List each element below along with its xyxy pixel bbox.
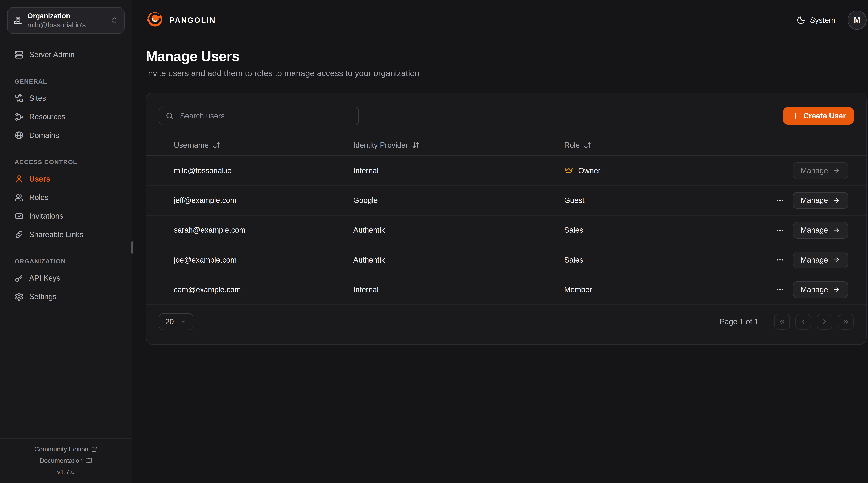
sidebar-section-organization: ORGANIZATIONAPI KeysSettings (7, 258, 125, 306)
chevron-left-icon (799, 318, 807, 325)
chevrons-left-icon (778, 318, 786, 325)
manage-button[interactable]: Manage (793, 281, 848, 298)
column-header-identity-provider[interactable]: Identity Provider (353, 141, 564, 149)
sidebar-item-users[interactable]: Users (7, 170, 125, 188)
cell-identity-provider: Authentik (353, 256, 564, 264)
main-area: PANGOLIN System M Manage Users Invite us… (133, 0, 868, 483)
sidebar-item-roles[interactable]: Roles (7, 188, 125, 207)
column-header-role[interactable]: Role (564, 141, 848, 149)
sidebar-item-sites[interactable]: Sites (7, 89, 125, 108)
first-page-button[interactable] (774, 314, 790, 330)
cell-username: sarah@example.com (174, 226, 353, 234)
sidebar-item-resources[interactable]: Resources (7, 108, 125, 126)
sidebar-item-label: Domains (29, 131, 59, 140)
previous-page-button[interactable] (796, 314, 811, 330)
server-icon (14, 50, 24, 59)
page-status: Page 1 of 1 (720, 317, 758, 326)
arrow-right-icon (832, 167, 840, 175)
page-subtitle: Invite users and add them to roles to ma… (146, 68, 867, 78)
sort-icon (412, 141, 420, 149)
sidebar-item-server-admin[interactable]: Server Admin (7, 46, 125, 64)
pangolin-logo-icon (146, 10, 164, 30)
sidebar-item-label: API Keys (29, 274, 60, 282)
brand-name: PANGOLIN (169, 16, 216, 25)
table-row: joe@example.com Authentik Sales Manage (146, 245, 866, 275)
cell-username: jeff@example.com (174, 196, 353, 205)
moon-icon (797, 16, 806, 25)
page-content: Manage Users Invite users and add them t… (133, 48, 868, 345)
version-label: v1.7.0 (57, 468, 75, 476)
arrow-right-icon (832, 286, 840, 294)
crown-icon (564, 166, 573, 175)
documentation-link[interactable]: Documentation (39, 457, 92, 464)
sidebar-item-domains[interactable]: Domains (7, 126, 125, 145)
roles-icon (14, 193, 24, 202)
cell-username: joe@example.com (174, 256, 353, 264)
section-label: ORGANIZATION (7, 258, 125, 265)
manage-button[interactable]: Manage (793, 222, 848, 238)
card-pagination: 20 Page 1 of 1 (146, 305, 866, 344)
next-page-button[interactable] (817, 314, 832, 330)
sort-icon (584, 141, 591, 149)
search-users-input[interactable] (179, 111, 352, 121)
chevron-right-icon (820, 318, 829, 325)
manage-button[interactable]: Manage (793, 192, 848, 209)
row-menu-button[interactable] (774, 195, 785, 206)
page-size-select[interactable]: 20 (159, 313, 193, 330)
page-size-value: 20 (165, 317, 174, 326)
create-user-label: Create User (803, 112, 846, 120)
sidebar-item-api-keys[interactable]: API Keys (7, 269, 125, 288)
links-icon (14, 230, 24, 239)
row-menu-button[interactable] (774, 284, 785, 295)
book-open-icon (86, 457, 92, 464)
row-menu-button[interactable] (774, 254, 785, 266)
cell-role: Sales (564, 256, 774, 264)
cell-actions: Manage (793, 162, 848, 179)
sidebar-item-shareable-links[interactable]: Shareable Links (7, 225, 125, 244)
invitations-icon (14, 211, 24, 221)
search-icon (165, 112, 174, 120)
avatar[interactable]: M (847, 10, 867, 30)
settings-icon (14, 292, 24, 301)
sidebar-item-label: Server Admin (29, 50, 75, 59)
cell-username: cam@example.com (174, 285, 353, 294)
sidebar-item-settings[interactable]: Settings (7, 287, 125, 306)
app-window: Organization milo@fossorial.io's ... Ser… (0, 0, 868, 483)
column-header-username[interactable]: Username (174, 141, 353, 149)
cell-actions: Manage (774, 222, 848, 238)
sidebar: Organization milo@fossorial.io's ... Ser… (0, 0, 132, 483)
sidebar-item-label: Users (29, 175, 50, 183)
building-icon (13, 16, 22, 25)
documentation-label: Documentation (39, 457, 83, 464)
chevrons-right-icon (842, 318, 850, 325)
cell-role: Guest (564, 196, 774, 205)
row-menu-button[interactable] (774, 225, 785, 236)
sidebar-item-invitations[interactable]: Invitations (7, 207, 125, 225)
chevron-down-icon (179, 318, 187, 325)
create-user-button[interactable]: Create User (783, 107, 854, 124)
manage-button[interactable]: Manage (793, 162, 848, 179)
cell-identity-provider: Internal (353, 285, 564, 294)
manage-button[interactable]: Manage (793, 252, 848, 268)
sidebar-item-label: Settings (29, 292, 57, 301)
sidebar-footer: Community Edition Documentation v1.7.0 (0, 438, 132, 483)
arrow-right-icon (832, 256, 840, 264)
community-edition-label: Community Edition (34, 446, 89, 453)
sidebar-item-label: Resources (29, 113, 65, 121)
sidebar-resize-handle[interactable] (131, 241, 133, 254)
org-selector[interactable]: Organization milo@fossorial.io's ... (7, 7, 125, 34)
sidebar-item-label: Shareable Links (29, 230, 84, 239)
plus-icon (791, 112, 799, 120)
user-icon (14, 174, 24, 183)
cell-identity-provider: Google (353, 196, 564, 205)
cell-identity-provider: Authentik (353, 226, 564, 234)
cell-role: Sales (564, 226, 774, 234)
community-edition-link[interactable]: Community Edition (34, 446, 97, 453)
theme-toggle[interactable]: System (793, 15, 839, 25)
sidebar-section-general: GENERALSitesResourcesDomains (7, 78, 125, 145)
cell-role: Owner (564, 166, 793, 175)
last-page-button[interactable] (838, 314, 854, 330)
cell-username: milo@fossorial.io (174, 166, 353, 175)
users-table: Username Identity Provider Role (146, 135, 866, 305)
cell-identity-provider: Internal (353, 166, 564, 175)
